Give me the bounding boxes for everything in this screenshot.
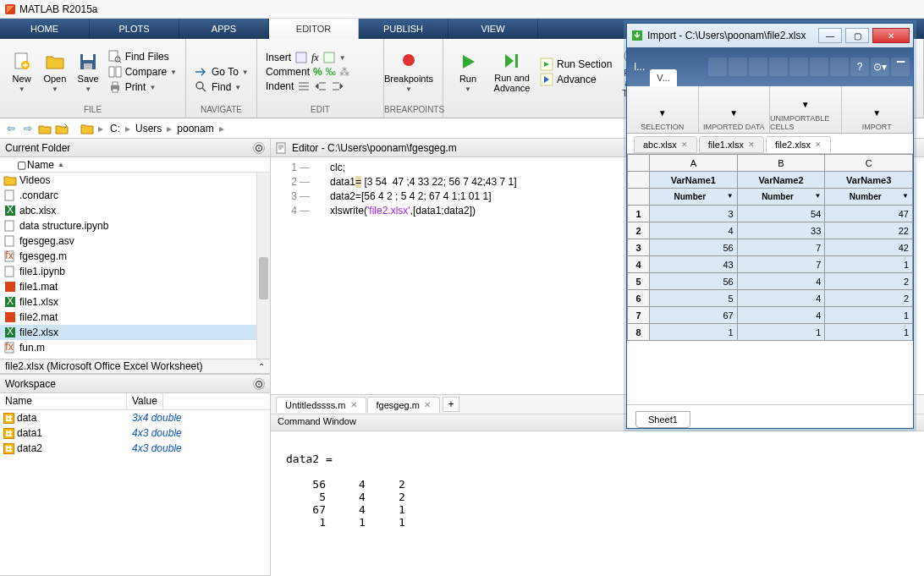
import-titlebar[interactable]: Import - C:\Users\poonam\file2.xlsx — ▢ … <box>627 24 913 47</box>
breadcrumb-segment[interactable]: Users <box>132 123 165 134</box>
import-data-grid[interactable]: ABCVarName1VarName2VarName3Number▼Number… <box>627 154 913 404</box>
import-ribbon-tab[interactable]: V... <box>650 69 677 86</box>
editor-tab[interactable]: fgesgeg.m ✕ <box>367 397 440 413</box>
breadcrumb-sep: ▸ <box>165 123 173 134</box>
workspace-var[interactable]: data14x3 double <box>0 425 270 441</box>
minimize-button[interactable]: — <box>818 28 842 43</box>
ribbon-more[interactable]: I... <box>630 61 648 73</box>
sheet-tab[interactable]: Sheet1 <box>635 411 690 428</box>
collapse-icon[interactable]: ⊙ <box>253 142 265 154</box>
workspace-var[interactable]: data3x4 double <box>0 410 270 425</box>
insert-button[interactable]: Insert fx ▼ <box>266 51 349 64</box>
file-row[interactable]: .condarc <box>0 188 270 203</box>
workspace-var[interactable]: data24x3 double <box>0 441 270 456</box>
svg-text:fx: fx <box>5 342 13 353</box>
ribbon-btn-2[interactable] <box>729 58 747 76</box>
import-data-row[interactable]: 55642 <box>628 273 913 290</box>
import-data-row[interactable]: 135447 <box>628 206 913 222</box>
file-row[interactable]: fgesgeg.asv <box>0 233 270 249</box>
svg-rect-10 <box>113 82 118 85</box>
close-icon[interactable]: ✕ <box>815 140 822 149</box>
run-button[interactable]: Run▼ <box>448 42 487 101</box>
import-data-row[interactable]: 356742 <box>628 239 913 256</box>
file-row[interactable]: file1.ipynb <box>0 264 270 279</box>
import-file-tab[interactable]: file2.xlsx ✕ <box>766 136 831 153</box>
file-row[interactable]: file2.mat <box>0 310 270 325</box>
cf-name-column[interactable]: ▢ Name▲ <box>0 157 270 173</box>
ribbon-btn-5[interactable] <box>789 58 808 76</box>
main-tab-plots[interactable]: PLOTS <box>90 19 179 39</box>
ribbon-btn-3[interactable] <box>749 58 767 76</box>
file-row[interactable]: data structure.ipynb <box>0 218 270 233</box>
up-folder-button[interactable] <box>37 121 52 136</box>
close-button[interactable]: ✕ <box>872 28 910 43</box>
scrollbar[interactable] <box>256 173 270 359</box>
find-button[interactable]: Find ▼ <box>195 80 249 94</box>
editor-tab[interactable]: Untitledssss.m ✕ <box>276 397 366 413</box>
group-dropdown-icon[interactable]: ▼ <box>658 108 667 118</box>
find-files-button[interactable]: Find Files <box>108 50 177 63</box>
main-tab-editor[interactable]: EDITOR <box>269 19 359 39</box>
group-dropdown-icon[interactable]: ▼ <box>872 108 881 118</box>
ribbon-dropdown-icon[interactable]: ⊙▾ <box>871 58 889 76</box>
file-row[interactable]: Videos <box>0 173 270 188</box>
svg-rect-11 <box>113 89 118 92</box>
import-data-row[interactable]: 44371 <box>628 256 913 273</box>
ribbon-btn-6[interactable] <box>810 58 828 76</box>
file-row[interactable]: Xfile1.xlsx <box>0 294 270 310</box>
ribbon-btn-4[interactable] <box>769 58 788 76</box>
run-section-button[interactable]: Run Section <box>540 58 612 71</box>
add-tab-button[interactable]: + <box>443 397 459 412</box>
svg-rect-23 <box>5 221 14 231</box>
import-file-tab[interactable]: abc.xlsx ✕ <box>634 136 697 153</box>
save-button[interactable]: Save▼ <box>71 42 104 101</box>
breakpoints-button[interactable]: Breakpoints▼ <box>389 42 428 101</box>
run-advance-button[interactable]: Run and Advance <box>487 42 536 101</box>
main-tab-apps[interactable]: APPS <box>179 19 269 39</box>
import-data-row[interactable]: 6542 <box>628 290 913 307</box>
goto-button[interactable]: Go To ▼ <box>195 65 249 79</box>
maximize-button[interactable]: ▢ <box>845 28 869 43</box>
back-button[interactable]: ⇦ <box>3 121 19 136</box>
compare-button[interactable]: Compare ▼ <box>108 65 177 79</box>
file-row[interactable]: fxfgesgeg.m <box>0 249 270 264</box>
breadcrumb-segment[interactable]: C: <box>107 123 124 134</box>
workspace-header: Workspace ⊙ <box>0 375 270 393</box>
import-data-row[interactable]: 8111 <box>628 324 913 341</box>
file-row[interactable]: Xfile2.xlsx <box>0 325 270 340</box>
close-tab-icon[interactable]: ✕ <box>424 400 431 409</box>
command-window[interactable]: data2 = 56 4 2 5 4 2 67 4 1 1 1 1 <box>271 431 924 576</box>
main-tab-publish[interactable]: PUBLISH <box>359 19 448 39</box>
svg-rect-4 <box>84 63 92 69</box>
close-icon[interactable]: ✕ <box>748 140 755 149</box>
group-dropdown-icon[interactable]: ▼ <box>801 100 810 109</box>
file-row[interactable]: Xabc.xlsx <box>0 203 270 218</box>
new-button[interactable]: New▼ <box>5 42 38 101</box>
import-data-row[interactable]: 76741 <box>628 307 913 324</box>
file-row[interactable]: fxfun.m <box>0 340 270 355</box>
breadcrumb-segment[interactable]: poonam <box>173 123 217 134</box>
import-data-row[interactable]: 243322 <box>628 222 913 239</box>
import-file-tab[interactable]: file1.xlsx ✕ <box>699 136 764 153</box>
ribbon-min-icon[interactable]: ▔ <box>891 58 910 76</box>
group-dropdown-icon[interactable]: ▼ <box>729 108 738 118</box>
forward-button[interactable]: ⇨ <box>20 121 36 136</box>
ribbon-help-icon[interactable]: ? <box>850 58 869 76</box>
close-icon[interactable]: ✕ <box>681 140 688 149</box>
file-row[interactable]: file1.mat <box>0 279 270 294</box>
comment-button[interactable]: Comment % ‰ ⁂ <box>266 66 349 78</box>
open-button[interactable]: Open▼ <box>38 42 71 101</box>
indent-button[interactable]: Indent <box>266 80 349 93</box>
ribbon-btn-7[interactable] <box>830 58 849 76</box>
browse-button[interactable] <box>54 121 69 136</box>
print-button[interactable]: Print ▼ <box>108 80 177 94</box>
collapse-icon[interactable]: ⊙ <box>253 378 265 390</box>
svg-rect-8 <box>116 67 121 77</box>
svg-text:X: X <box>7 296 14 307</box>
main-tab-view[interactable]: VIEW <box>448 19 538 39</box>
import-ribbon: I... V... ? ⊙▾ ▔ <box>627 47 913 86</box>
ribbon-btn-1[interactable] <box>708 58 727 76</box>
advance-button[interactable]: Advance <box>540 73 612 86</box>
close-tab-icon[interactable]: ✕ <box>350 400 357 409</box>
main-tab-home[interactable]: HOME <box>0 19 90 39</box>
